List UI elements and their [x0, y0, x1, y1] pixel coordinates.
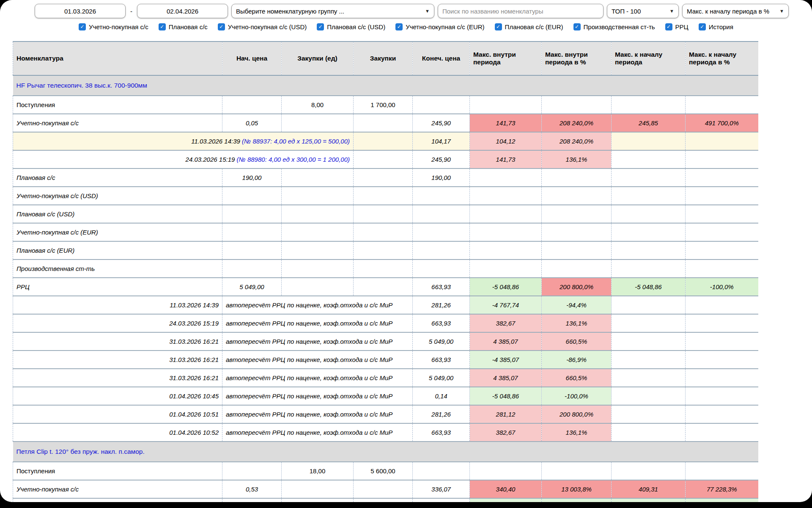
checkbox-checked-icon[interactable]: ✓: [395, 23, 403, 30]
row-label: Учетно-покупная с/с (USD): [13, 187, 222, 205]
search-input[interactable]: Поиск по названию номенклатуры: [438, 4, 604, 18]
column-header-4[interactable]: Конеч. цена: [413, 41, 470, 75]
cell-purchases-sum: 5 600,00: [354, 462, 413, 480]
date-from-input[interactable]: 01.03.2026: [35, 4, 126, 18]
checkbox-checked-icon[interactable]: ✓: [699, 23, 706, 30]
cell-end-price: 245,90: [413, 114, 470, 132]
cell-end-price: [413, 241, 470, 260]
filter-checkbox-2[interactable]: ✓Учетно-покупная с/с (USD): [218, 23, 307, 30]
chevron-down-icon: ▼: [425, 8, 430, 14]
column-header-3[interactable]: Закупки: [354, 41, 413, 75]
filter-checkbox-4[interactable]: ✓Учетно-покупная с/с (EUR): [395, 23, 484, 30]
checkbox-checked-icon[interactable]: ✓: [218, 23, 225, 30]
filter-label: История: [709, 23, 733, 30]
cell-max-to-start: [612, 351, 686, 369]
document-link[interactable]: (№ 88980: 4,00 ед x 300,00 = 1 200,00): [237, 156, 350, 163]
cell-max-in-period-pct: [542, 223, 612, 241]
column-header-6[interactable]: Макс. внутри периода в %: [542, 41, 612, 75]
filter-checkbox-8[interactable]: ✓История: [699, 23, 733, 30]
cell-max-to-start-pct: [686, 498, 758, 502]
cell-purchases-units: [282, 498, 354, 502]
cell-purchases-sum: [354, 205, 413, 223]
cell-max-to-start: -5 048,86: [612, 278, 686, 296]
cell-max-in-period: [470, 96, 542, 114]
chevron-down-icon: ▼: [779, 8, 784, 14]
filter-checkbox-5[interactable]: ✓Плановая с/с (EUR): [495, 23, 563, 30]
cell-purchases-units: [282, 223, 354, 241]
cell-purchases-sum: [354, 114, 413, 132]
history-date: 11.03.2026 14:39: [191, 138, 242, 145]
sort-mode-select[interactable]: Макс. к началу периода в % ▼: [682, 4, 789, 18]
row-label: Учетно-покупная с/с: [13, 480, 222, 498]
cell-max-to-start-pct: [686, 314, 758, 332]
table-row: Производственная ст-ть: [13, 260, 758, 278]
cell-start-price: [222, 462, 282, 480]
checkbox-checked-icon[interactable]: ✓: [159, 23, 166, 30]
toolbar: 01.03.2026 - 02.04.2026 Выберите номенкл…: [35, 3, 789, 19]
cell-start-price: [222, 187, 282, 205]
table-row: Учетно-покупная с/с (USD): [13, 187, 758, 205]
cell-max-in-period: -5 048,86: [470, 387, 542, 405]
group-title-link[interactable]: HF Рычаг телескопич. 38 выс.к. 700-900мм: [13, 75, 758, 96]
cell-end-price: 336,07: [413, 480, 470, 498]
filter-checkbox-3[interactable]: ✓Плановая с/с (USD): [317, 23, 385, 30]
history-date: 31.03.2026 16:21: [13, 351, 222, 369]
filter-checkbox-7[interactable]: ✓РРЦ: [665, 23, 689, 30]
table-row: 31.03.2026 16:21автопересчёт РРЦ по наце…: [13, 369, 758, 387]
cell-purchases-sum: [354, 278, 413, 296]
cell-max-to-start: [612, 150, 686, 168]
checkbox-checked-icon[interactable]: ✓: [79, 23, 86, 30]
table-row: 11.03.2026 14:39автопересчёт РРЦ по наце…: [13, 296, 758, 314]
column-header-8[interactable]: Макс. к началу периода в %: [686, 41, 758, 75]
cell-max-in-period-pct: [542, 187, 612, 205]
checkbox-checked-icon[interactable]: ✓: [495, 23, 502, 30]
table-row: Учетно-покупная с/с (EUR): [13, 223, 758, 241]
cell-end-price: 663,93: [413, 314, 470, 332]
cell-start-price: [222, 260, 282, 278]
cell-max-in-period-pct: [542, 462, 612, 480]
checkbox-checked-icon[interactable]: ✓: [317, 23, 324, 30]
cell-max-to-start-pct: [686, 205, 758, 223]
cell-max-in-period-pct: -100,0%: [542, 387, 612, 405]
filter-checkbox-0[interactable]: ✓Учетно-покупная с/с: [79, 23, 148, 30]
nomenclature-group-select[interactable]: Выберите номенклатурную группу ... ▼: [231, 4, 434, 18]
top-n-select[interactable]: ТОП - 100 ▼: [607, 4, 679, 18]
search-placeholder: Поиск по названию номенклатуры: [442, 8, 543, 15]
row-label: Учетно-покупная с/с: [13, 114, 222, 132]
cell-max-in-period: [470, 187, 542, 205]
column-header-2[interactable]: Закупки (ед): [282, 41, 354, 75]
cell-max-in-period-pct: -86,9%: [542, 351, 612, 369]
history-date: 01.04.2026 10:45: [13, 387, 222, 405]
filter-label: Производственная ст-ть: [584, 23, 655, 30]
cell-max-to-start-pct: [686, 423, 758, 442]
column-header-1[interactable]: Нач. цена: [222, 41, 282, 75]
filter-checkbox-6[interactable]: ✓Производственная ст-ть: [573, 23, 655, 30]
column-header-0[interactable]: Номенклатура: [13, 41, 222, 75]
filter-checkbox-1[interactable]: ✓Плановая с/с: [159, 23, 208, 30]
cell-purchases-sum: 1 700,00: [354, 96, 413, 114]
column-header-5[interactable]: Макс. внутри периода: [470, 41, 542, 75]
filter-label: Плановая с/с (EUR): [505, 23, 563, 30]
document-link[interactable]: (№ 88937: 4,00 ед x 125,00 = 500,00): [242, 138, 350, 145]
column-header-7[interactable]: Макс. к началу периода: [612, 41, 686, 75]
date-to-input[interactable]: 02.04.2026: [137, 4, 228, 18]
cell-end-price: [413, 205, 470, 223]
filter-label: Учетно-покупная с/с (EUR): [406, 23, 484, 30]
cell-max-to-start: [612, 241, 686, 260]
group-title-link[interactable]: Петля Clip t. 120° без пруж. накл. п.сам…: [13, 442, 758, 462]
cell-start-price: [222, 498, 282, 502]
checkbox-checked-icon[interactable]: ✓: [665, 23, 672, 30]
cell-max-to-start-pct: [686, 405, 758, 423]
cell-end-price: [413, 223, 470, 241]
cell-end-price: [413, 498, 470, 502]
history-date: 11.03.2026 14:39: [13, 296, 222, 314]
cell-end-price: 0,14: [413, 387, 470, 405]
history-doc-cell: 11.03.2026 14:39 (№ 88937: 4,00 ед x 125…: [13, 132, 354, 150]
filter-label: Плановая с/с (USD): [327, 23, 385, 30]
cell-purchases-units: [282, 480, 354, 498]
checkbox-checked-icon[interactable]: ✓: [573, 23, 581, 30]
cell-purchases-units: [282, 187, 354, 205]
cell-start-price: [222, 223, 282, 241]
history-date: 01.04.2026 10:51: [13, 405, 222, 423]
cell-end-price: 5 049,00: [413, 369, 470, 387]
